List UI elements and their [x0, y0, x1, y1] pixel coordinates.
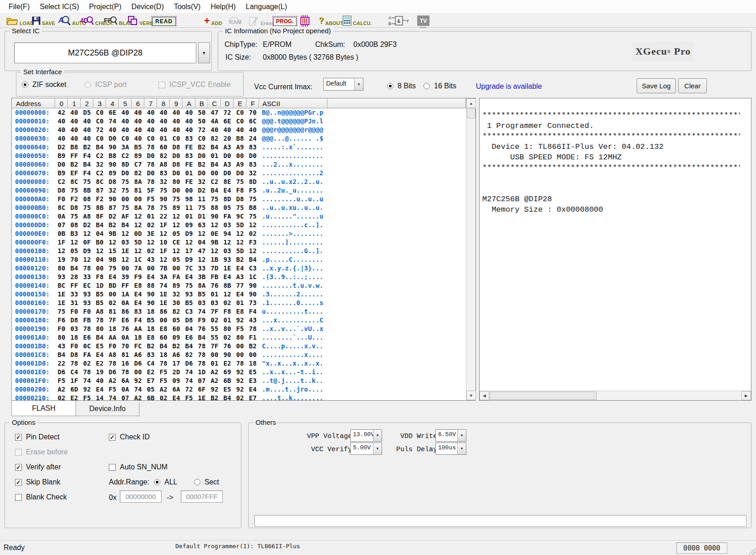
hex-byte[interactable]: 0A	[119, 385, 132, 394]
hex-byte[interactable]: 6F	[195, 385, 208, 394]
hex-byte[interactable]: BC	[55, 281, 68, 290]
hex-col-header[interactable]: 8	[157, 98, 170, 108]
hex-col-header[interactable]: 3	[93, 98, 106, 108]
hex-byte[interactable]: D0	[106, 134, 119, 143]
hex-byte[interactable]: 40	[170, 126, 183, 134]
icsp-vcc-enable-checkbox[interactable]: ICSP_VCC Enable	[158, 81, 230, 89]
hex-byte[interactable]: 8A	[132, 178, 144, 186]
hex-byte[interactable]: 00	[170, 264, 183, 273]
hex-byte[interactable]: 92	[208, 385, 221, 394]
hex-byte[interactable]: 60	[157, 143, 170, 152]
hex-byte[interactable]: D1	[195, 212, 208, 221]
hex-byte[interactable]: 78	[144, 204, 157, 212]
hex-byte[interactable]: 12	[132, 221, 144, 229]
hex-row[interactable]: 00000110:197012049B121C431205D9121B93B2B…	[12, 255, 466, 264]
menu-file[interactable]: File(F)	[4, 0, 35, 14]
hex-byte[interactable]: FC	[132, 342, 144, 351]
hex-byte[interactable]: D0	[144, 152, 157, 160]
verify-after-checkbox[interactable]: Verify after	[15, 463, 61, 471]
hex-byte[interactable]: 60	[170, 325, 183, 333]
hex-byte[interactable]: 79	[106, 264, 119, 273]
hex-byte[interactable]: 02	[246, 229, 259, 238]
hex-byte[interactable]: 90	[221, 351, 234, 359]
hex-byte[interactable]: 40	[144, 117, 157, 126]
hex-byte[interactable]: 1F	[157, 247, 170, 255]
add-button[interactable]: + ADD	[204, 15, 222, 27]
hex-byte[interactable]: FA	[221, 212, 234, 221]
save-log-button[interactable]: Save Log	[637, 78, 676, 93]
hex-byte[interactable]: 12	[195, 229, 208, 238]
hex-byte[interactable]: 00	[183, 186, 195, 195]
hex-byte[interactable]: 9B	[106, 255, 119, 264]
hex-byte[interactable]: 31	[68, 299, 81, 307]
hex-byte[interactable]: B4	[55, 351, 68, 359]
hex-byte[interactable]: 87	[93, 186, 106, 195]
calcu-button[interactable]: CALCU.	[342, 15, 372, 27]
hex-byte[interactable]: 9B	[208, 238, 221, 247]
hex-byte[interactable]: FE	[183, 178, 195, 186]
hex-byte[interactable]: 08	[81, 195, 93, 204]
hex-byte[interactable]: F5	[81, 394, 93, 400]
hex-byte[interactable]: 11	[183, 204, 195, 212]
hex-byte[interactable]: 07	[55, 221, 68, 229]
hex-byte[interactable]: 74	[132, 385, 144, 394]
hex-byte[interactable]: 1E	[221, 264, 234, 273]
hex-byte[interactable]: CE	[170, 238, 183, 247]
hex-byte[interactable]: B5	[93, 299, 106, 307]
hex-byte[interactable]: 89	[132, 152, 144, 160]
hex-byte[interactable]: 01	[208, 152, 221, 160]
upgrade-link[interactable]: Upgrade is available	[476, 82, 542, 91]
hex-byte[interactable]: C0	[119, 134, 132, 143]
hex-byte[interactable]: B2	[208, 394, 221, 400]
hex-byte[interactable]: 30	[170, 299, 183, 307]
addr-range-all-radio[interactable]: ALL	[154, 478, 177, 486]
hex-col-header[interactable]: F	[246, 98, 259, 108]
hex-byte[interactable]: 40	[119, 108, 132, 117]
hex-byte[interactable]: 80	[221, 325, 234, 333]
hex-byte[interactable]: 83	[157, 169, 170, 178]
hex-byte[interactable]: A2	[55, 385, 68, 394]
hex-byte[interactable]: C0	[93, 134, 106, 143]
hex-byte[interactable]: B8	[106, 152, 119, 160]
hex-byte[interactable]: 12	[81, 255, 93, 264]
hex-byte[interactable]: 11	[195, 195, 208, 204]
hex-byte[interactable]: 43	[144, 255, 157, 264]
hex-byte[interactable]: 40	[144, 126, 157, 134]
hex-byte[interactable]: 1D	[195, 368, 208, 377]
hex-byte[interactable]: 74	[81, 377, 93, 385]
hex-byte[interactable]: 88	[208, 204, 221, 212]
hex-byte[interactable]: 90	[106, 160, 119, 169]
hex-byte[interactable]: B4	[208, 160, 221, 169]
hex-byte[interactable]: 0C	[81, 342, 93, 351]
hex-byte[interactable]: 78	[81, 264, 93, 273]
erase-button[interactable]: Erase	[248, 15, 274, 27]
hex-byte[interactable]: 40	[106, 126, 119, 134]
hex-col-header[interactable]: ASCII	[259, 98, 327, 108]
menu-tools[interactable]: Tools(V)	[169, 0, 206, 14]
hex-byte[interactable]: 04	[93, 229, 106, 238]
hex-byte[interactable]: 00	[93, 264, 106, 273]
hex-byte[interactable]: 78	[246, 325, 259, 333]
hex-byte[interactable]: C4	[68, 368, 81, 377]
hex-byte[interactable]: 83	[246, 143, 259, 152]
hex-row[interactable]: 00000030:404040C0D0C040C001C083C08220B82…	[12, 134, 466, 143]
hex-byte[interactable]: 40	[183, 117, 195, 126]
hex-byte[interactable]: 75	[234, 204, 246, 212]
hex-byte[interactable]: 8B	[93, 204, 106, 212]
hex-byte[interactable]: 92	[132, 377, 144, 385]
hex-byte[interactable]: 15	[106, 247, 119, 255]
hex-byte[interactable]: 12	[234, 229, 246, 238]
hex-byte[interactable]: E2	[221, 359, 234, 368]
hex-byte[interactable]: 12	[132, 212, 144, 221]
hex-byte[interactable]: E5	[246, 368, 259, 377]
hex-byte[interactable]: 40	[144, 108, 157, 117]
hex-byte[interactable]: FB	[208, 273, 221, 281]
hex-byte[interactable]: C0	[234, 117, 246, 126]
hex-byte[interactable]: 74	[183, 377, 195, 385]
hex-byte[interactable]: E4	[221, 186, 234, 195]
hex-byte[interactable]: C3	[246, 264, 259, 273]
hex-byte[interactable]: 89	[106, 169, 119, 178]
hex-byte[interactable]: 01	[208, 359, 221, 368]
hex-byte[interactable]: 02	[157, 394, 170, 400]
hex-byte[interactable]: B8	[234, 134, 246, 143]
